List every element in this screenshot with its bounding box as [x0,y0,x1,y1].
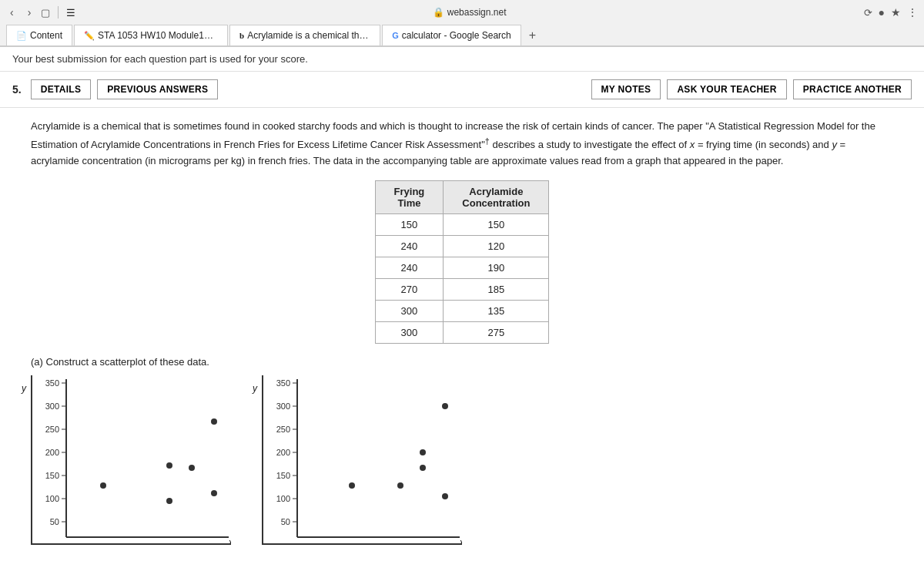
plot1-point-6 [211,418,217,425]
svg-text:250: 250 [45,425,59,434]
extension-icon-1[interactable]: ● [879,6,885,18]
plot1-point-1 [100,482,106,489]
svg-text:300: 300 [45,402,59,411]
back-button[interactable]: ‹ [6,5,18,20]
tab-calculator-label: calculator - Google Search [402,30,511,41]
tab-calculator-icon: G [392,31,399,40]
forward-button[interactable]: › [24,5,35,20]
notice-text: Your best submission for each question p… [12,53,308,65]
question-body: Acrylamide is a chemical that is sometim… [0,108,924,558]
tab-acrylamide[interactable]: b Acrylamide is a chemical that is somet… [229,25,380,45]
table-row: 150150 [375,213,549,235]
plot2-point-3 [420,465,426,471]
svg-text:50: 50 [281,517,290,526]
svg-text:200: 200 [45,448,59,457]
tab-acrylamide-label: Acrylamide is a chemical that is sometim… [247,30,370,41]
tab-calculator[interactable]: G calculator - Google Search [382,25,521,45]
table-cell: 150 [375,213,444,235]
plot2-point-6 [442,403,448,409]
plot2-point-5 [442,493,448,499]
more-icon[interactable]: ⋮ [907,6,918,18]
browser-toolbar: ‹ › ▢ ☰ 🔒 webassign.net ⟳ ● ★ ⋮ [0,0,924,25]
svg-text:x: x [228,537,231,545]
browser-tabs: 📄 Content ✏️ STA 1053 HW10 Module10 - ST… [0,25,924,46]
tab-content-icon: 📄 [16,31,27,41]
table-cell: 300 [375,300,444,321]
scatter-svg-1: 350 300 250 200 150 100 50 [31,375,231,545]
scatter-svg-2: 350 300 250 200 150 100 50 [262,375,462,545]
browser-chrome: ‹ › ▢ ☰ 🔒 webassign.net ⟳ ● ★ ⋮ 📄 Conten… [0,0,924,47]
svg-text:100: 100 [45,494,59,503]
tab-sta1053[interactable]: ✏️ STA 1053 HW10 Module10 - STA 1053.003… [74,25,228,45]
table-cell: 135 [444,300,549,321]
refresh-icon[interactable]: ⟳ [864,7,872,18]
table-row: 300135 [375,300,549,321]
plot1-point-2 [166,498,172,504]
svg-text:350: 350 [45,378,59,388]
tab-icon: ▢ [41,7,50,18]
table-cell: 240 [375,235,444,257]
table-cell: 120 [444,235,549,257]
table-cell: 240 [375,257,444,278]
tab-content[interactable]: 📄 Content [6,25,72,45]
lock-icon: 🔒 [433,7,444,18]
extensions-icon: ☰ [66,7,75,18]
divider [58,6,59,18]
previous-answers-button[interactable]: PREVIOUS ANSWERS [97,79,218,99]
question-number: 5. [12,83,22,96]
plots-container: y 350 300 250 200 150 100 50 [31,375,893,547]
plot1-point-3 [166,462,172,469]
url-text: webassign.net [447,7,507,18]
svg-text:100: 100 [276,494,290,503]
col-header-frying-time: FryingTime [375,180,444,213]
table-cell: 190 [444,257,549,278]
table-cell: 185 [444,278,549,300]
sub-question-a: (a) Construct a scatterplot of these dat… [31,356,893,368]
plot1-y-label: y [22,383,26,394]
browser-icons: ● ★ ⋮ [879,6,918,18]
question-header: 5. DETAILS PREVIOUS ANSWERS MY NOTES ASK… [0,72,924,108]
table-cell: 270 [375,278,444,300]
table-cell: 275 [444,321,549,343]
scatterplot-2: y 350 300 250 200 150 100 50 [262,375,462,547]
tab-sta1053-icon: ✏️ [84,31,95,41]
table-row: 240120 [375,235,549,257]
my-notes-button[interactable]: MY NOTES [591,79,661,99]
table-cell: 150 [444,213,549,235]
bookmark-icon[interactable]: ★ [891,6,901,18]
table-cell: 300 [375,321,444,343]
plot2-point-2 [397,482,403,489]
col-header-concentration: AcrylamideConcentration [444,180,549,213]
address-bar[interactable]: 🔒 webassign.net [82,7,857,18]
plot2-point-1 [349,482,355,489]
details-button[interactable]: DETAILS [31,79,92,99]
svg-text:150: 150 [276,471,290,480]
svg-text:200: 200 [276,448,290,457]
plot1-point-4 [189,465,195,471]
tab-acrylamide-icon: b [239,31,244,40]
table-row: 300275 [375,321,549,343]
table-row: 240190 [375,257,549,278]
table-row: 270185 [375,278,549,300]
svg-text:50: 50 [50,517,59,526]
svg-text:300: 300 [276,402,290,411]
page-notice: Your best submission for each question p… [0,47,924,72]
tab-content-label: Content [30,30,62,41]
plot2-y-label: y [253,383,257,394]
svg-text:250: 250 [276,425,290,434]
plot1-point-5 [211,490,217,496]
new-tab-button[interactable]: + [523,25,542,45]
tab-sta1053-label: STA 1053 HW10 Module10 - STA 1053.003 Sp… [98,30,218,41]
data-table: FryingTime AcrylamideConcentration 15015… [375,180,550,344]
svg-text:x: x [459,537,462,545]
ask-teacher-button[interactable]: ASK YOUR TEACHER [667,79,786,99]
svg-text:150: 150 [45,471,59,480]
svg-text:350: 350 [276,378,290,388]
scatterplot-1: y 350 300 250 200 150 100 50 [31,375,231,547]
plot2-point-4 [420,449,426,455]
practice-another-button[interactable]: PRACTICE ANOTHER [793,79,912,99]
question-text: Acrylamide is a chemical that is sometim… [31,119,893,170]
